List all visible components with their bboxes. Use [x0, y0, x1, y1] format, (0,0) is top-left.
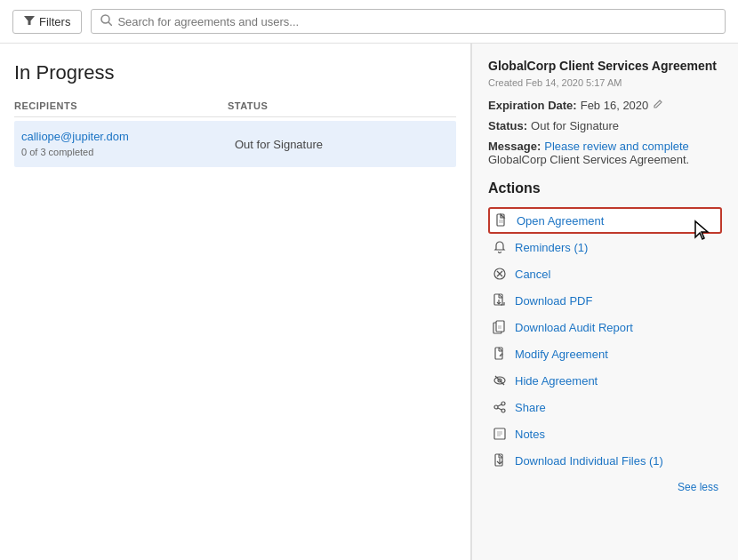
left-panel: In Progress RECIPIENTS STATUS calliope@j… — [0, 44, 471, 560]
download-audit-icon — [492, 320, 508, 334]
search-icon — [100, 14, 112, 28]
modify-agreement-label: Modify Agreement — [515, 348, 608, 361]
svg-marker-0 — [24, 16, 35, 25]
hide-agreement-action[interactable]: Hide Agreement — [488, 367, 722, 394]
download-individual-files-action[interactable]: Download Individual Files (1) — [488, 447, 722, 474]
edit-icon[interactable] — [653, 99, 663, 112]
col-recipients-header: RECIPIENTS — [14, 100, 228, 111]
message-row: Message: Please review and complete Glob… — [488, 140, 722, 166]
filter-button[interactable]: Filters — [12, 10, 82, 34]
open-agreement-action[interactable]: Open Agreement — [488, 207, 722, 234]
share-action[interactable]: Share — [488, 394, 722, 420]
svg-line-22 — [498, 404, 501, 406]
file-icon — [493, 213, 509, 228]
status-label: Status: — [488, 119, 527, 132]
cancel-action[interactable]: Cancel — [488, 260, 722, 287]
message-label: Message: — [488, 140, 541, 153]
col-status-header: STATUS — [228, 100, 456, 111]
agreement-created: Created Feb 14, 2020 5:17 AM — [488, 77, 722, 88]
filter-icon — [24, 15, 35, 28]
reminders-action[interactable]: Reminders (1) — [488, 234, 722, 260]
hide-agreement-label: Hide Agreement — [515, 374, 598, 388]
svg-line-2 — [108, 22, 112, 26]
message-text-normal: GlobalCorp Client Services Agreement. — [488, 153, 689, 166]
notes-icon — [492, 427, 508, 441]
status-row: Status: Out for Signature — [488, 119, 722, 132]
download-pdf-action[interactable]: Download PDF — [488, 287, 722, 314]
share-label: Share — [515, 401, 546, 414]
actions-title: Actions — [488, 180, 722, 196]
agreement-title: GlobalCorp Client Services Agreement — [488, 58, 722, 74]
download-audit-report-action[interactable]: Download Audit Report — [488, 314, 722, 340]
message-text-blue: Please review and complete — [544, 140, 692, 153]
table-header: RECIPIENTS STATUS — [14, 100, 456, 117]
download-pdf-icon — [492, 293, 508, 308]
row-status: Out for Signature — [235, 138, 449, 151]
download-individual-files-label: Download Individual Files (1) — [515, 454, 663, 468]
modify-icon — [492, 347, 508, 361]
bell-icon — [492, 240, 508, 254]
status-value: Out for Signature — [531, 119, 619, 132]
cancel-icon — [492, 267, 508, 281]
section-title: In Progress — [14, 61, 456, 84]
share-icon — [492, 400, 508, 414]
main-content: In Progress RECIPIENTS STATUS calliope@j… — [0, 44, 738, 560]
download-pdf-label: Download PDF — [515, 294, 592, 308]
expiration-row: Expiration Date: Feb 16, 2020 — [488, 99, 722, 112]
cancel-label: Cancel — [515, 268, 550, 281]
filter-label: Filters — [39, 15, 70, 28]
svg-line-23 — [498, 408, 501, 410]
svg-point-21 — [501, 409, 505, 412]
top-bar: Filters — [0, 0, 738, 44]
recipient-progress: 0 of 3 completed — [21, 147, 93, 157]
svg-point-20 — [494, 405, 498, 409]
expiration-label: Expiration Date: — [488, 99, 577, 112]
download-files-icon — [492, 453, 508, 468]
modify-agreement-action[interactable]: Modify Agreement — [488, 340, 722, 367]
recipient-info: calliope@jupiter.dom 0 of 3 completed — [21, 130, 235, 158]
see-less-link[interactable]: See less — [488, 477, 722, 497]
notes-action[interactable]: Notes — [488, 420, 722, 447]
svg-point-1 — [101, 15, 109, 23]
notes-label: Notes — [515, 428, 545, 441]
open-agreement-label: Open Agreement — [517, 214, 604, 228]
recipient-email: calliope@jupiter.dom — [21, 130, 235, 143]
download-audit-report-label: Download Audit Report — [515, 321, 633, 334]
svg-point-19 — [501, 402, 505, 405]
table-row[interactable]: calliope@jupiter.dom 0 of 3 completed Ou… — [14, 121, 456, 167]
search-box — [91, 9, 726, 34]
hide-icon — [492, 373, 508, 388]
right-panel: GlobalCorp Client Services Agreement Cre… — [471, 44, 738, 560]
reminders-label: Reminders (1) — [515, 241, 588, 254]
expiration-value: Feb 16, 2020 — [581, 99, 649, 112]
search-input[interactable] — [117, 15, 716, 28]
